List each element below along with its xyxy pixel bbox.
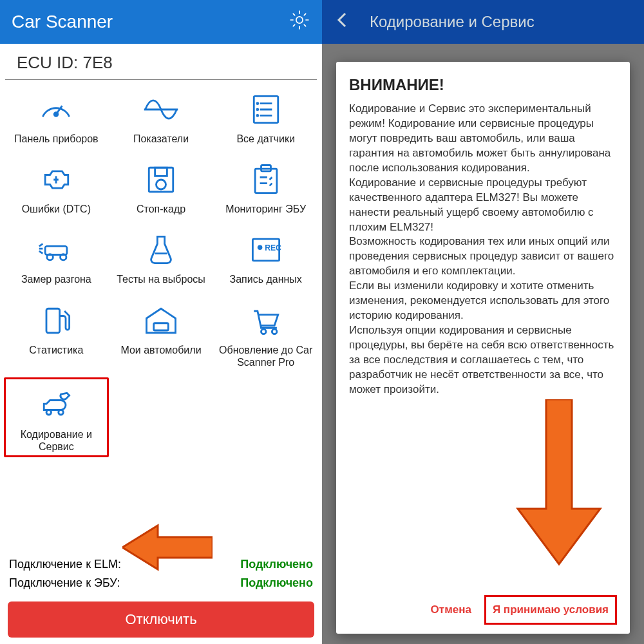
status-elm-value: Подключено (240, 558, 313, 571)
tile-freeze[interactable]: Стоп-кадр (109, 154, 214, 218)
tile-accel[interactable]: Замер разгона (4, 224, 109, 288)
right-header-title: Кодирование и Сервис (370, 13, 535, 31)
svg-text:REC: REC (265, 243, 281, 252)
tile-label: Мониторинг ЭБУ (225, 203, 306, 215)
car-accel-icon (37, 229, 75, 270)
dialog-actions: Отмена Я принимаю условия (349, 591, 617, 625)
tile-label: Показатели (133, 133, 189, 145)
tile-label: Тесты на выбросы (117, 273, 205, 285)
clipboard-icon (247, 159, 285, 200)
status-ecu-value: Подключено (240, 576, 313, 590)
tile-indicators[interactable]: Показатели (109, 84, 214, 147)
tile-label: Мои автомобили (120, 344, 201, 356)
floppy-icon (142, 159, 180, 200)
svg-rect-17 (46, 308, 60, 333)
tile-stats[interactable]: Статистика (4, 295, 109, 371)
tile-label: Кодирование и Сервис (8, 428, 104, 453)
tile-rec[interactable]: REC Запись данных (213, 224, 318, 288)
svg-point-15 (258, 245, 263, 251)
svg-point-20 (272, 329, 277, 334)
svg-point-4 (257, 109, 258, 110)
svg-point-22 (59, 410, 64, 415)
back-icon[interactable] (334, 11, 352, 33)
status-elm: Подключение к ELM: Подключено (9, 555, 313, 574)
disconnect-button[interactable]: Отключить (8, 601, 314, 638)
tile-ecumon[interactable]: Мониторинг ЭБУ (213, 154, 318, 218)
list-icon (247, 89, 285, 130)
status-elm-label: Подключение к ELM: (9, 558, 121, 571)
tile-label: Стоп-кадр (137, 203, 185, 215)
status-ecu-label: Подключение к ЭБУ: (9, 576, 120, 590)
app-title: Car Scanner (12, 12, 113, 32)
app-header: Car Scanner (0, 0, 322, 44)
svg-point-8 (156, 180, 166, 189)
status-ecu: Подключение к ЭБУ: Подключено (9, 574, 313, 592)
svg-point-13 (61, 254, 66, 260)
cart-icon (247, 300, 285, 341)
svg-rect-9 (255, 169, 277, 193)
svg-marker-24 (518, 399, 600, 564)
status-block: Подключение к ELM: Подключено Подключени… (0, 555, 322, 592)
menu-grid: Панель приборов Показатели Все датчики О… (0, 80, 322, 457)
gauge-icon (37, 89, 75, 130)
gear-icon[interactable] (289, 9, 310, 35)
tile-emission[interactable]: Тесты на выбросы (109, 224, 214, 288)
tile-garage[interactable]: Мои автомобили (109, 295, 214, 371)
svg-rect-7 (155, 167, 167, 176)
svg-point-5 (257, 115, 258, 116)
left-screen: Car Scanner ECU ID: 7E8 Панель приборов … (0, 0, 322, 644)
dialog-title: ВНИМАНИЕ! (349, 76, 617, 94)
svg-rect-18 (154, 323, 169, 330)
annotation-arrow-down (514, 399, 604, 567)
flask-icon (142, 229, 180, 270)
cancel-button[interactable]: Отмена (423, 595, 479, 625)
tile-upgrade[interactable]: Обновление до Car Scanner Pro (213, 295, 318, 371)
svg-point-19 (261, 329, 266, 334)
tile-dashboard[interactable]: Панель приборов (4, 84, 109, 147)
tile-dtc[interactable]: Ошибки (DTC) (4, 154, 109, 218)
svg-point-1 (55, 113, 59, 117)
tile-label: Все датчики (236, 133, 294, 145)
right-screen: Кодирование и Сервис ВНИМАНИЕ! Кодирован… (322, 0, 644, 644)
tile-label: Панель приборов (14, 133, 99, 145)
tile-label: Обновление до Car Scanner Pro (216, 344, 316, 368)
fuel-icon (37, 300, 75, 341)
svg-point-21 (46, 410, 52, 415)
tile-label: Замер разгона (21, 273, 91, 285)
tile-label: Статистика (29, 344, 83, 356)
tile-coding[interactable]: Кодирование и Сервис (4, 377, 109, 457)
wave-icon (142, 89, 180, 130)
tile-label: Запись данных (229, 273, 301, 285)
car-wrench-icon (37, 384, 75, 426)
svg-point-0 (296, 16, 303, 23)
svg-point-3 (257, 103, 258, 104)
ecu-id: ECU ID: 7E8 (5, 44, 317, 80)
tile-sensors[interactable]: Все датчики (213, 84, 318, 147)
accept-button[interactable]: Я принимаю условия (484, 595, 617, 625)
right-header: Кодирование и Сервис (322, 0, 644, 44)
garage-icon (142, 300, 180, 341)
svg-point-12 (47, 254, 53, 260)
record-icon: REC (247, 229, 285, 270)
tile-label: Ошибки (DTC) (22, 203, 91, 215)
engine-icon (37, 159, 75, 200)
